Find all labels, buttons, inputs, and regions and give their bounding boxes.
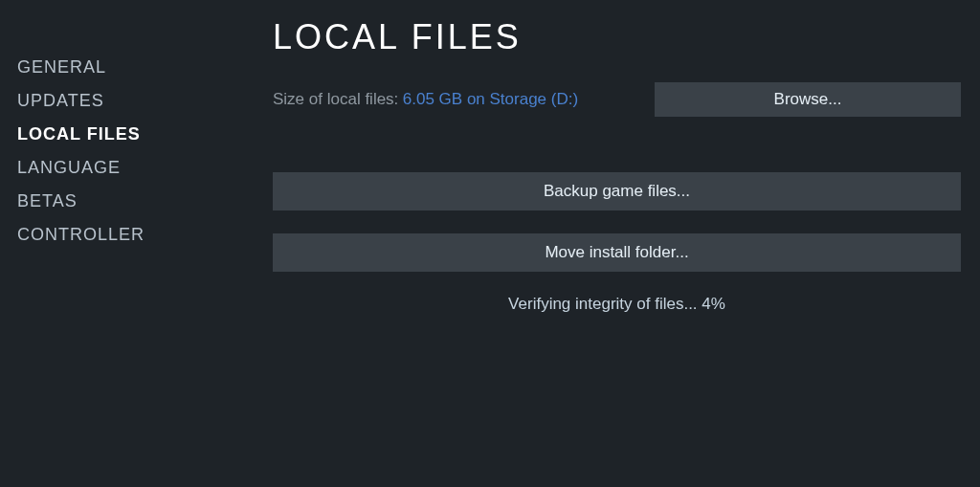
move-folder-button[interactable]: Move install folder... [273, 233, 961, 272]
sidebar: GENERAL UPDATES LOCAL FILES LANGUAGE BET… [0, 0, 234, 487]
verify-status: Verifying integrity of files... 4% [273, 295, 961, 314]
sidebar-item-controller[interactable]: CONTROLLER [17, 225, 234, 245]
size-label-text: Size of local files: [273, 90, 398, 108]
sidebar-item-betas[interactable]: BETAS [17, 191, 234, 211]
size-row: Size of local files: 6.05 GB on Storage … [273, 82, 961, 117]
backup-button[interactable]: Backup game files... [273, 172, 961, 210]
sidebar-item-local-files[interactable]: LOCAL FILES [17, 124, 234, 144]
size-label: Size of local files: 6.05 GB on Storage … [273, 90, 578, 109]
page-title: LOCAL FILES [273, 17, 961, 57]
browse-button[interactable]: Browse... [655, 82, 961, 117]
main-panel: LOCAL FILES Size of local files: 6.05 GB… [234, 0, 980, 487]
size-value: 6.05 GB on Storage (D:) [403, 90, 578, 108]
sidebar-item-updates[interactable]: UPDATES [17, 91, 234, 111]
sidebar-item-general[interactable]: GENERAL [17, 57, 234, 77]
sidebar-item-language[interactable]: LANGUAGE [17, 158, 234, 178]
